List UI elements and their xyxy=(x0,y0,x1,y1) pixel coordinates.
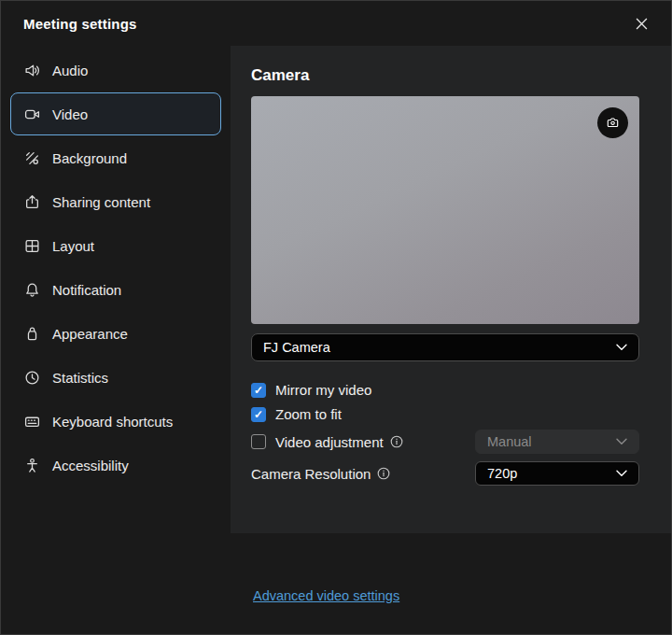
zoom-to-fit-label: Zoom to fit xyxy=(275,406,342,422)
speaker-icon xyxy=(23,62,40,78)
camera-resolution-value: 720p xyxy=(487,466,517,481)
mirror-video-label: Mirror my video xyxy=(275,382,371,398)
sidebar-item-background[interactable]: Background xyxy=(10,136,221,179)
sidebar-item-sharing-content[interactable]: Sharing content xyxy=(10,180,221,223)
settings-sidebar: Audio Video Background Sharing content xyxy=(1,46,231,635)
camera-device-value: FJ Camera xyxy=(263,340,330,355)
camera-device-select[interactable]: FJ Camera xyxy=(251,333,639,361)
sidebar-item-appearance[interactable]: Appearance xyxy=(10,312,221,355)
keyboard-icon xyxy=(23,413,40,430)
background-icon xyxy=(23,149,40,166)
sidebar-item-label: Statistics xyxy=(52,370,108,386)
camera-resolution-select[interactable]: 720p xyxy=(475,461,639,486)
sidebar-item-notification[interactable]: Notification xyxy=(10,268,221,311)
layout-grid-icon xyxy=(23,237,40,254)
dialog-title: Meeting settings xyxy=(23,16,137,32)
sidebar-item-label: Background xyxy=(52,150,127,166)
sidebar-item-label: Keyboard shortcuts xyxy=(52,414,173,430)
share-icon xyxy=(23,193,40,210)
sidebar-item-label: Accessibility xyxy=(52,458,129,473)
titlebar: Meeting settings xyxy=(1,1,671,46)
zoom-to-fit-checkbox[interactable] xyxy=(251,407,266,422)
video-adjustment-label: Video adjustment xyxy=(275,434,384,450)
sidebar-item-audio[interactable]: Audio xyxy=(10,49,221,92)
video-settings-panel: Camera FJ Camera Mirror my video xyxy=(231,46,671,635)
sidebar-item-statistics[interactable]: Statistics xyxy=(10,356,221,399)
advanced-video-settings-link[interactable]: Advanced video settings xyxy=(253,588,399,603)
zoom-to-fit-row[interactable]: Zoom to fit xyxy=(251,406,639,422)
camera-preview xyxy=(251,96,639,324)
video-camera-icon xyxy=(23,106,40,122)
info-icon[interactable] xyxy=(377,467,390,480)
flip-camera-button[interactable] xyxy=(597,107,628,138)
sidebar-item-keyboard-shortcuts[interactable]: Keyboard shortcuts xyxy=(10,400,221,443)
info-icon[interactable] xyxy=(390,435,403,448)
sidebar-item-label: Notification xyxy=(52,282,121,298)
camera-resolution-label: Camera Resolution xyxy=(251,466,371,482)
mirror-video-row[interactable]: Mirror my video xyxy=(251,382,639,398)
statistics-icon xyxy=(23,369,40,386)
sidebar-item-layout[interactable]: Layout xyxy=(10,224,221,267)
appearance-icon xyxy=(23,325,40,342)
chevron-down-icon xyxy=(616,438,627,445)
close-icon[interactable] xyxy=(632,14,651,33)
video-adjustment-checkbox[interactable] xyxy=(251,434,266,449)
chevron-down-icon xyxy=(616,344,627,351)
section-heading-camera: Camera xyxy=(251,66,639,85)
video-adjustment-select: Manual xyxy=(475,430,639,454)
bell-icon xyxy=(23,281,40,298)
accessibility-icon xyxy=(23,457,40,473)
sidebar-item-label: Video xyxy=(52,106,88,122)
sidebar-item-label: Audio xyxy=(52,63,88,78)
meeting-settings-dialog: Meeting settings Audio Video xyxy=(0,0,672,635)
sidebar-item-label: Sharing content xyxy=(52,194,150,210)
video-adjustment-value: Manual xyxy=(487,434,532,449)
chevron-down-icon xyxy=(616,470,627,477)
sidebar-item-label: Layout xyxy=(52,238,94,254)
sidebar-item-video[interactable]: Video xyxy=(10,92,221,135)
video-adjustment-row: Video adjustment Manual xyxy=(251,430,639,454)
camera-resolution-row: Camera Resolution 720p xyxy=(251,461,639,486)
mirror-video-checkbox[interactable] xyxy=(251,383,266,398)
panel-footer: Advanced video settings xyxy=(231,533,671,635)
sidebar-item-accessibility[interactable]: Accessibility xyxy=(10,444,221,487)
sidebar-item-label: Appearance xyxy=(52,326,128,342)
